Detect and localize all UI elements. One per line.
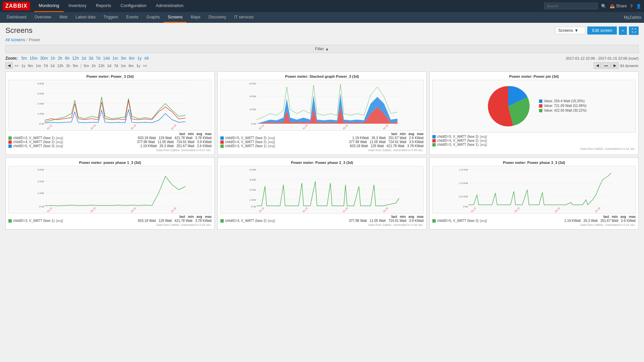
nav-6m-back[interactable]: 6m [27, 63, 34, 68]
help-icon[interactable]: ? [630, 4, 633, 9]
zoom-all[interactable]: All [143, 56, 150, 61]
subnav-web[interactable]: Web [55, 12, 71, 23]
svg-text:0 W: 0 W [463, 205, 468, 208]
subnav-dashboard[interactable]: Dashboard [3, 12, 31, 23]
expand-button[interactable]: ⛶ [629, 26, 639, 35]
chart-pie-footer: Data from Zabbix. Generated in 0.31 sec. [432, 147, 636, 150]
subnav-it-services[interactable]: IT services [230, 12, 258, 23]
subnav-events[interactable]: Events [122, 12, 143, 23]
share-button[interactable]: 📤 Share [610, 4, 627, 8]
chart-stacked-area: 6 KW 4 KW 2 KW 0 W 01-12 01-13 01-14 01-… [220, 80, 424, 131]
search-icon[interactable]: 🔍 [601, 4, 606, 9]
subnav-screens[interactable]: Screens [164, 12, 186, 23]
chart-phase3-title: Power meter: Power phase 3_3 (3d) [432, 161, 636, 165]
svg-text:2 KW: 2 KW [249, 188, 256, 191]
subnav-overview[interactable]: Overview [31, 12, 55, 23]
nav-7d-fwd[interactable]: 7d [113, 63, 119, 68]
myzabbix-link[interactable]: MyZabbix [624, 15, 641, 20]
user-icon[interactable]: 👤 [636, 4, 641, 9]
search-input[interactable] [544, 3, 598, 9]
top-navbar: ZABBIX Monitoring Inventory Reports Conf… [0, 0, 644, 12]
chart-phase2: Power meter: Power phase 2_3 (3d) 4 KW 3… [217, 158, 427, 230]
zoom-12h[interactable]: 12h [71, 56, 80, 61]
zoom-1h[interactable]: 1h [50, 56, 56, 61]
nav-6m-fwd[interactable]: 6m [127, 63, 135, 68]
nav-1h-back[interactable]: 1h [65, 63, 71, 68]
nav-administration[interactable]: Administration [151, 0, 188, 12]
chart-phase1-area: 3 KW 2 KW 1 KW 0 W 01-12 01-13 01-14 01-… [8, 166, 212, 214]
svg-text:0.5 KW: 0.5 KW [459, 195, 468, 198]
svg-text:0 W: 0 W [39, 122, 44, 125]
subnav-graphs[interactable]: Graphs [143, 12, 164, 23]
all-screens-link[interactable]: All screens [5, 38, 25, 42]
zoom-1y[interactable]: 1y [136, 56, 143, 61]
chart-phase3-legend: lastminavgmax childID=5, V_WATT (fase 3)… [432, 215, 636, 223]
zoom-row: Zoom: 5m 15m 30m 1h 2h 6h 12h 1d 3d 7d 1… [5, 56, 639, 61]
zoom-15m[interactable]: 15m [29, 56, 38, 61]
pie-legend: Value: 254.4 Watt (18.20%) Value: 721.09… [539, 99, 586, 113]
subnav-triggers[interactable]: Triggers [100, 12, 122, 23]
svg-text:1.5 KW: 1.5 KW [459, 168, 468, 171]
main-content: Screens Screens ▼ Edit screen − ⛶ All sc… [0, 23, 644, 362]
edit-screen-button[interactable]: Edit screen [587, 26, 617, 35]
chart-phase1-legend: lastminavgmax childID=3, V_WATT (fase 1)… [8, 215, 212, 223]
subnav-maps[interactable]: Maps [186, 12, 204, 23]
collapse-button[interactable]: − [619, 26, 627, 35]
filter-bar[interactable]: Filter ▲ [5, 45, 639, 53]
chart-power3: Power meter: Power_3 (3d) 4 KW 3 KW 2 KW… [5, 71, 215, 155]
breadcrumb-current: Power [29, 38, 40, 42]
nav-right-buttons: ◀ ••• ▶ [594, 62, 619, 69]
chart-power3-legend: lastminavgmax childID=3, V_WATT (fase 1)… [8, 132, 212, 148]
zoom-14d[interactable]: 14d [102, 56, 111, 61]
zoom-5m[interactable]: 5m [20, 56, 28, 61]
subnav-latest-data[interactable]: Latest data [71, 12, 99, 23]
subnav-discovery[interactable]: Discovery [205, 12, 230, 23]
chart-pie-legend: childID=5, V_WATT (fase 3) [avg] childID… [432, 135, 636, 146]
svg-rect-58 [455, 166, 613, 213]
chart-stacked-title: Power meter: Stacked graph Power_3 (3d) [220, 74, 424, 78]
svg-text:2 KW: 2 KW [37, 180, 44, 183]
zoom-1m[interactable]: 1m [111, 56, 119, 61]
zoom-3m[interactable]: 3m [120, 56, 127, 61]
pie-container: Value: 254.4 Watt (18.20%) Value: 721.09… [435, 83, 633, 130]
svg-text:4 KW: 4 KW [249, 95, 256, 98]
zoom-6h[interactable]: 6h [64, 56, 70, 61]
nav-5m-back[interactable]: 5m [72, 63, 79, 68]
zoom-2h[interactable]: 2h [57, 56, 63, 61]
chart-phase2-footer: Data from Zabbix. Generated in 0.36 sec. [220, 223, 424, 227]
nav-1y-back[interactable]: 1y [20, 63, 26, 68]
charts-row2: Power meter: power phase 1_3 (3d) 3 KW 2… [5, 158, 639, 230]
screens-dropdown[interactable]: Screens ▼ [555, 27, 585, 34]
svg-text:0 W: 0 W [251, 205, 256, 208]
nav-1y-fwd[interactable]: 1y [136, 63, 142, 68]
nav-left2-button[interactable]: ◀ [594, 62, 601, 69]
zoom-6m[interactable]: 6m [128, 56, 136, 61]
nav-zoomout-ll[interactable]: << [13, 63, 20, 68]
nav-1m-back[interactable]: 1m [35, 63, 42, 68]
nav-1m-fwd[interactable]: 1m [120, 63, 127, 68]
nav-configuration[interactable]: Configuration [116, 0, 151, 12]
zoom-3d[interactable]: 3d [88, 56, 94, 61]
nav-inventory[interactable]: Inventory [64, 0, 91, 12]
zoom-1d[interactable]: 1d [80, 56, 87, 61]
logo[interactable]: ZABBIX [3, 2, 30, 10]
nav-right2-button[interactable]: ▶ [611, 62, 619, 69]
nav-7d-back[interactable]: 7d [43, 63, 49, 68]
chart-phase3-footer: Data from Zabbix. Generated in 0.32 sec. [432, 223, 636, 227]
nav-prev-button[interactable]: ◀ [5, 62, 13, 69]
nav-1d-back[interactable]: 1d [49, 63, 55, 68]
chart-power3-footer: Data from Zabbix. Generated in 0.67 sec. [8, 148, 212, 152]
nav-zoomout-rr[interactable]: >> [142, 63, 148, 68]
nav-dots-button[interactable]: ••• [602, 62, 610, 69]
chart-phase2-title: Power meter: Power phase 2_3 (3d) [220, 161, 424, 165]
nav-reports[interactable]: Reports [91, 0, 116, 12]
zoom-30m[interactable]: 30m [39, 56, 49, 61]
chart-power3-title: Power meter: Power_3 (3d) [8, 74, 212, 78]
nav-12h-fwd[interactable]: 12h [97, 63, 105, 68]
zoom-7d[interactable]: 7d [95, 56, 101, 61]
nav-12h-back[interactable]: 12h [56, 63, 64, 68]
nav-monitoring[interactable]: Monitoring [34, 0, 64, 12]
nav-5m-fwd[interactable]: 5m [83, 63, 90, 68]
nav-1h-fwd[interactable]: 1h [91, 63, 97, 68]
nav-1d-fwd[interactable]: 1d [106, 63, 112, 68]
